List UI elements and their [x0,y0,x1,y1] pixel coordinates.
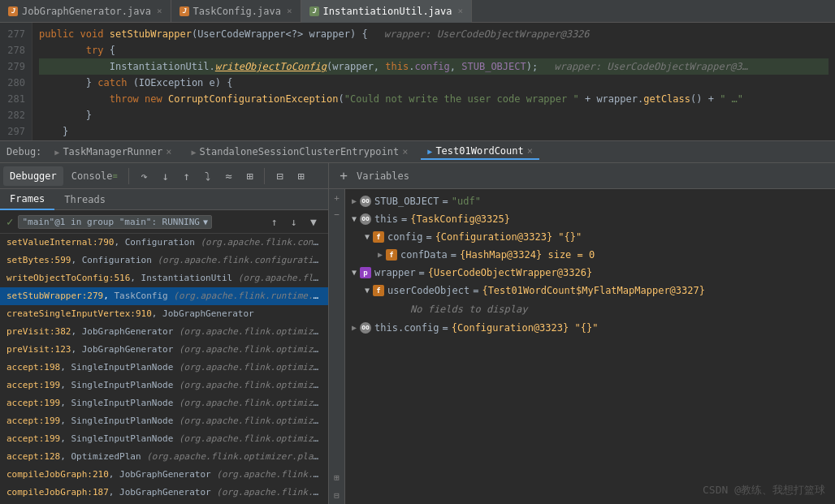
toolbar-sep-2 [264,168,265,184]
editor-tab-bar: J JobGraphGenerator.java × J TaskConfig.… [0,0,835,23]
frame-13[interactable]: compileJobGraph:210, JobGraphGenerator (… [0,466,328,484]
frame-7[interactable]: accept:198, SingleInputPlanNode (org.apa… [0,359,328,377]
frame-8[interactable]: accept:199, SingleInputPlanNode (org.apa… [0,377,328,394]
step-over-btn[interactable]: ↷ [134,166,154,186]
frame-0[interactable]: setValueInternal:790, Configuration (org… [0,234,328,252]
var-conf-data[interactable]: ▶ f confData = {HashMap@3324} size = 0 [345,246,835,264]
debug-session-bar: Debug: ▶ TaskManagerRunner × ▶ Standalon… [0,140,835,163]
close-tab-icon-3[interactable]: × [458,6,464,16]
left-debug-panel: Debugger Console ≡ ↷ ↓ ↑ ⤵ ≈ ⊞ ⊟ ⊞ Frame… [0,163,329,504]
debugger-tab[interactable]: Debugger [3,166,63,186]
frame-4[interactable]: createSingleInputVertex:910, JobGraphGen… [0,305,328,323]
thread-dropdown[interactable]: "main"@1 in group "main": RUNNING ▼ [18,215,212,229]
var-icon-uco: f [373,285,384,296]
var-settings-btn[interactable]: ⊟ [330,488,344,502]
filter-frames-btn[interactable]: ▼ [305,213,322,230]
running-indicator: ✓ [6,215,13,228]
step-into-btn[interactable]: ↓ [155,166,175,186]
tab-label-2: TaskConfig.java [193,6,281,17]
session-task-manager[interactable]: ▶ TaskManagerRunner × [48,144,178,159]
frame-12[interactable]: accept:128, OptimizedPlan (org.apache.fl… [0,448,328,466]
frames-tab[interactable]: Frames [0,189,54,210]
close-tab-icon[interactable]: × [157,6,162,16]
add-watch-btn[interactable]: + [335,168,352,184]
next-thread-btn[interactable]: ↓ [286,213,302,230]
settings-btn[interactable]: ⊟ [270,166,289,186]
step-out-btn[interactable]: ↑ [176,166,196,186]
code-line-280: } catch (IOException e) { [39,75,829,91]
var-remove-btn[interactable]: − [330,207,344,222]
more-btn[interactable]: ⊞ [291,166,310,186]
var-icon-oo: oo [360,196,371,207]
threads-tab[interactable]: Threads [54,189,115,210]
var-stub-object[interactable]: ▶ oo STUB_OBJECT = "udf" [345,192,835,210]
expand-arrow-stub: ▶ [352,193,357,209]
tab-instantiation-util[interactable]: J InstantiationUtil.java × [301,0,473,23]
frame-6[interactable]: preVisit:123, JobGraphGenerator (org.apa… [0,341,328,359]
var-this[interactable]: ▼ oo this = {TaskConfig@3325} [345,210,835,228]
session-test01[interactable]: ▶ Test01WordCount × [421,144,539,160]
stack-frames-list: setValueInternal:790, Configuration (org… [0,234,328,504]
var-config[interactable]: ▼ f config = {Configuration@3323} "{}" [345,228,835,246]
frame-3[interactable]: setStubWrapper:279, TaskConfig (org.apac… [0,287,328,305]
run-to-cursor-btn[interactable]: ⤵ [197,166,217,186]
thread-nav-arrows: ↑ ↓ ▼ [266,213,322,230]
trace-btn[interactable]: ⊞ [240,166,259,186]
close-tab-icon-2[interactable]: × [287,6,292,16]
var-icon-this: oo [360,213,371,225]
expand-arrow-uco: ▼ [365,282,370,299]
frames-threads-tabs: Frames Threads [0,189,328,210]
debug-main-area: Debugger Console ≡ ↷ ↓ ↑ ⤵ ≈ ⊞ ⊟ ⊞ Frame… [0,163,835,504]
frame-1[interactable]: setBytes:599, Configuration (org.apache.… [0,252,328,269]
var-this-config[interactable]: ▶ oo this.config = {Configuration@3323} … [345,319,835,337]
code-line-297: } [39,123,829,140]
var-icon-config: f [373,231,384,243]
java-file-icon-2: J [180,6,189,16]
evaluate-btn[interactable]: ≈ [218,166,238,186]
tab-job-graph[interactable]: J JobGraphGenerator.java × [0,0,171,23]
debugger-toolbar: Debugger Console ≡ ↷ ↓ ↑ ⤵ ≈ ⊞ ⊟ ⊞ [0,163,328,189]
code-line-279: InstantiationUtil.writeObjectToConfig(wr… [39,58,829,75]
java-file-icon-3: J [309,6,319,16]
variables-header: + Variables [329,163,835,189]
no-fields-message: No fields to display [345,299,835,319]
tab-task-config[interactable]: J TaskConfig.java × [171,0,301,23]
debug-label: Debug: [6,146,41,157]
frame-10[interactable]: accept:199, SingleInputPlanNode (org.apa… [0,412,328,430]
java-file-icon: J [8,6,18,16]
console-tab[interactable]: Console ≡ [65,166,124,186]
watermark: CSDN @教练、我想打篮球 [703,483,825,498]
frame-2[interactable]: writeObjectToConfig:516, InstantiationUt… [0,269,328,287]
var-icon-thisconfig: oo [360,322,371,334]
variables-list: ▶ oo STUB_OBJECT = "udf" ▼ oo this = {Ta… [345,189,835,504]
variables-panel: + Variables + − ⊞ ⊟ ▶ oo STUB_OBJECT = "… [329,163,835,504]
tab-label: JobGraphGenerator.java [22,6,151,17]
var-scroll-btn[interactable]: ⊞ [330,470,344,485]
code-lines: public void setStubWrapper(UserCodeWrapp… [32,23,835,140]
thread-selector-row: ✓ "main"@1 in group "main": RUNNING ▼ ↑ … [0,210,328,234]
frame-9[interactable]: accept:199, SingleInputPlanNode (org.apa… [0,394,328,412]
var-icon-wrapper: p [360,267,371,278]
line-numbers: 277 278 279 280 281 282 297 [0,23,32,140]
expand-arrow-this: ▼ [352,211,357,227]
expand-arrow-confdata: ▶ [378,247,383,263]
code-line-277: public void setStubWrapper(UserCodeWrapp… [39,26,829,42]
var-side-buttons: + − ⊞ ⊟ [329,189,345,504]
frame-5[interactable]: preVisit:382, JobGraphGenerator (org.apa… [0,323,328,341]
code-line-282: } [39,107,829,123]
tab-label-3: InstantiationUtil.java [323,6,452,17]
code-editor: 277 278 279 280 281 282 297 public void … [0,23,835,140]
prev-thread-btn[interactable]: ↑ [266,213,283,230]
frame-14[interactable]: compileJobGraph:187, JobGraphGenerator (… [0,484,328,502]
session-standalone[interactable]: ▶ StandaloneSessionClusterEntrypoint × [184,144,414,159]
code-line-278: try { [39,42,829,58]
code-line-281: throw new CorruptConfigurationException(… [39,91,829,107]
expand-arrow-thisconfig: ▶ [352,320,357,336]
var-icon-confdata: f [386,249,397,261]
expand-arrow-config: ▼ [365,229,370,245]
frame-11[interactable]: accept:199, SingleInputPlanNode (org.apa… [0,430,328,448]
expand-arrow-wrapper: ▼ [352,265,357,281]
var-add-btn[interactable]: + [330,191,344,205]
var-wrapper[interactable]: ▼ p wrapper = {UserCodeObjectWrapper@332… [345,264,835,282]
var-user-code-object[interactable]: ▼ f userCodeObject = {Test01WordCount$My… [345,282,835,299]
